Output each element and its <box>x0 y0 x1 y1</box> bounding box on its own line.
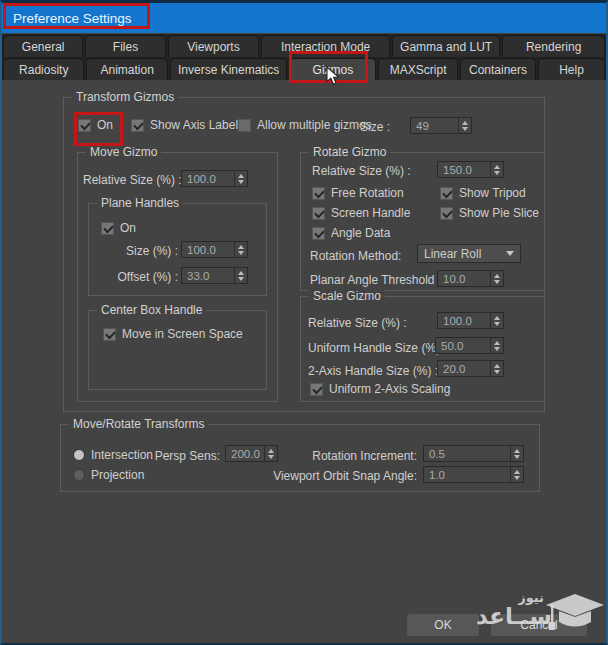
spinner-down-icon[interactable] <box>268 455 274 459</box>
plane-offset-label: Offset (%) : <box>103 270 178 284</box>
move-gizmo-title: Move Gizmo <box>86 145 161 159</box>
tab-inverse-kinematics[interactable]: Inverse Kinematics <box>170 58 288 80</box>
tab-row-1: GeneralFilesViewportsInteraction ModeGam… <box>2 35 606 57</box>
persp-sens-spinner[interactable]: 200.0 <box>225 445 278 462</box>
tab-animation[interactable]: Animation <box>86 58 167 80</box>
spinner-up-icon[interactable] <box>494 274 500 278</box>
uniform-2-axis-scaling-checkbox[interactable] <box>310 383 323 396</box>
spinner-up-icon[interactable] <box>494 341 500 345</box>
rotate-relative-size-label: Relative Size (%) : <box>312 164 422 178</box>
spinner-up-icon[interactable] <box>462 121 468 125</box>
tab-viewports[interactable]: Viewports <box>168 35 260 57</box>
gizmos-on-label: On <box>97 118 113 132</box>
move-relative-size-spinner[interactable]: 100.0 <box>181 170 248 187</box>
rotation-method-value: Linear Roll <box>418 247 506 261</box>
tab-gizmos[interactable]: Gizmos <box>289 58 376 80</box>
plane-offset-spinner[interactable]: 33.0 <box>181 267 248 284</box>
two-axis-handle-size-value: 20.0 <box>438 361 490 376</box>
show-pie-slice-label: Show Pie Slice <box>459 206 539 220</box>
spinner-up-icon[interactable] <box>268 449 274 453</box>
tab-radiosity[interactable]: Radiosity <box>3 58 84 80</box>
plane-size-value: 100.0 <box>182 242 234 257</box>
move-in-screen-space-label: Move in Screen Space <box>122 327 243 341</box>
tab-interaction-mode[interactable]: Interaction Mode <box>261 35 390 57</box>
show-axis-labels-label: Show Axis Labels <box>150 118 244 132</box>
spinner-up-icon[interactable] <box>238 174 244 178</box>
viewport-orbit-snap-angle-spinner[interactable]: 1.0 <box>423 466 524 483</box>
angle-data-label: Angle Data <box>331 226 390 240</box>
spinner-down-icon[interactable] <box>462 127 468 131</box>
rotation-increment-spinner[interactable]: 0.5 <box>423 445 524 462</box>
angle-data-checkbox[interactable] <box>312 227 325 240</box>
spinner-down-icon[interactable] <box>494 280 500 284</box>
rotate-relative-size-value: 150.0 <box>438 162 490 177</box>
allow-multiple-gizmos-checkbox[interactable] <box>238 119 251 132</box>
tab-general[interactable]: General <box>3 35 83 57</box>
scale-relative-size-label: Relative Size (%) : <box>308 316 418 330</box>
show-pie-slice-checkbox[interactable] <box>440 207 453 220</box>
size-label: Size : <box>330 120 390 134</box>
rotation-method-label: Rotation Method: <box>310 249 415 263</box>
spinner-up-icon[interactable] <box>494 165 500 169</box>
spinner-up-icon[interactable] <box>494 364 500 368</box>
free-rotation-checkbox[interactable] <box>312 187 325 200</box>
tab-help[interactable]: Help <box>538 58 605 80</box>
size-value: 49 <box>411 118 458 133</box>
spinner-down-icon[interactable] <box>514 476 520 480</box>
move-in-screen-space-checkbox[interactable] <box>103 328 116 341</box>
spinner-down-icon[interactable] <box>494 171 500 175</box>
plane-handles-title: Plane Handles <box>97 196 183 210</box>
rotate-gizmo-title: Rotate Gizmo <box>309 145 390 159</box>
show-tripod-label: Show Tripod <box>459 186 526 200</box>
spinner-down-icon[interactable] <box>238 251 244 255</box>
planar-angle-threshold-value: 10.0 <box>438 271 490 286</box>
spinner-up-icon[interactable] <box>494 316 500 320</box>
tab-files[interactable]: Files <box>85 35 165 57</box>
spinner-up-icon[interactable] <box>514 470 520 474</box>
rotate-relative-size-spinner[interactable]: 150.0 <box>437 161 504 178</box>
rotation-method-dropdown[interactable]: Linear Roll <box>417 244 521 263</box>
scale-relative-size-spinner[interactable]: 100.0 <box>437 312 504 329</box>
planar-angle-threshold-label: Planar Angle Threshold : <box>310 273 435 287</box>
planar-angle-threshold-spinner[interactable]: 10.0 <box>437 270 504 287</box>
uniform-handle-size-spinner[interactable]: 50.0 <box>435 337 504 354</box>
spinner-up-icon[interactable] <box>238 271 244 275</box>
screen-handle-checkbox[interactable] <box>312 207 325 220</box>
tab-rendering[interactable]: Rendering <box>502 35 605 57</box>
rotation-increment-value: 0.5 <box>424 446 510 461</box>
uniform-handle-size-value: 50.0 <box>436 338 490 353</box>
spinner-down-icon[interactable] <box>238 277 244 281</box>
spinner-down-icon[interactable] <box>238 180 244 184</box>
spinner-down-icon[interactable] <box>514 455 520 459</box>
plane-handles-on-checkbox[interactable] <box>101 222 114 235</box>
spinner-down-icon[interactable] <box>494 322 500 326</box>
spinner-up-icon[interactable] <box>238 245 244 249</box>
cancel-button[interactable]: Cancel <box>490 613 588 637</box>
center-box-handle-title: Center Box Handle <box>97 303 206 317</box>
tab-gamma-and-lut[interactable]: Gamma and LUT <box>392 35 500 57</box>
intersection-label: Intersection <box>91 448 153 462</box>
plane-offset-value: 33.0 <box>182 268 234 283</box>
spinner-up-icon[interactable] <box>514 449 520 453</box>
ok-button[interactable]: OK <box>406 613 480 637</box>
screen-handle-label: Screen Handle <box>331 206 410 220</box>
spinner-down-icon[interactable] <box>494 370 500 374</box>
viewport-orbit-snap-angle-value: 1.0 <box>424 467 510 482</box>
show-axis-labels-checkbox[interactable] <box>131 119 144 132</box>
size-spinner[interactable]: 49 <box>410 117 472 134</box>
projection-radio[interactable] <box>73 469 85 481</box>
projection-label: Projection <box>91 468 144 482</box>
gizmos-on-checkbox[interactable] <box>78 119 91 132</box>
plane-size-spinner[interactable]: 100.0 <box>181 241 248 258</box>
tab-maxscript[interactable]: MAXScript <box>378 58 458 80</box>
watermark-text-top: نیوز <box>518 590 544 605</box>
plane-size-label: Size (%) : <box>113 244 178 258</box>
spinner-down-icon[interactable] <box>494 347 500 351</box>
tab-containers[interactable]: Containers <box>460 58 536 80</box>
intersection-radio[interactable] <box>73 449 85 461</box>
scale-relative-size-value: 100.0 <box>438 313 490 328</box>
move-relative-size-label: Relative Size (%) : <box>83 173 178 187</box>
two-axis-handle-size-spinner[interactable]: 20.0 <box>437 360 504 377</box>
uniform-handle-size-label: Uniform Handle Size (%) : <box>308 341 436 355</box>
show-tripod-checkbox[interactable] <box>440 187 453 200</box>
